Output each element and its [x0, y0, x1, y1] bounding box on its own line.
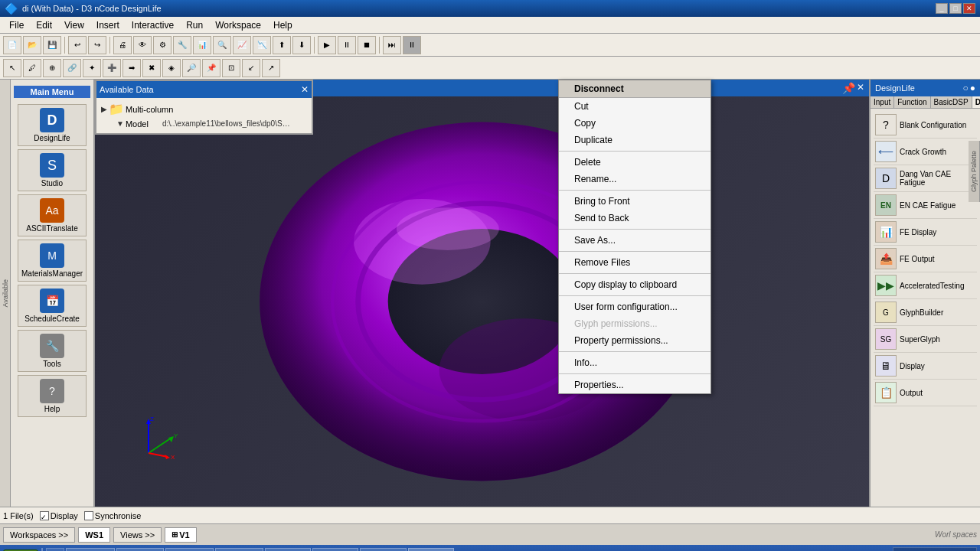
tb2-btn-9[interactable]: ↙ [242, 59, 260, 77]
ws1-btn[interactable]: WS1 [78, 527, 110, 543]
tab-input[interactable]: Input [871, 96, 894, 108]
tb-btn-3[interactable]: ⚙ [153, 36, 172, 54]
taskbar-item-multiple[interactable]: Multiple... [360, 548, 407, 551]
glyph-blank-config[interactable]: ? Blank Configuration [874, 112, 977, 139]
display-check[interactable]: Display [40, 511, 78, 520]
tb-btn-12[interactable]: ⏸ [338, 36, 356, 54]
undo-button[interactable]: ↩ [68, 36, 87, 54]
glyph-en-cae[interactable]: EN EN CAE Fatigue [874, 192, 977, 219]
taskbar-item-di[interactable]: di (With... [408, 548, 454, 551]
views-btn[interactable]: Views >> [113, 527, 162, 543]
display-checkbox[interactable] [40, 511, 49, 520]
glyph-dang-van[interactable]: D Dang Van CAE Fatigue [874, 165, 977, 192]
menu-interactive[interactable]: Interactive [126, 18, 180, 32]
ctx-properties[interactable]: Properties... [559, 377, 710, 393]
new-button[interactable]: 📄 [3, 36, 21, 54]
tb-btn-4[interactable]: 🔧 [173, 36, 191, 54]
tab-designlife[interactable]: DesignLife [972, 96, 980, 108]
help-btn[interactable]: ? Help [18, 375, 87, 417]
taskbar-item-dkaba1[interactable]: D:\Kaba... [116, 548, 164, 551]
tb2-btn-2[interactable]: ➕ [103, 59, 121, 77]
synchronise-checkbox[interactable] [84, 511, 93, 520]
ctx-info[interactable]: Info... [559, 354, 710, 371]
tb-btn-6[interactable]: 🔍 [213, 36, 231, 54]
ctx-user-form[interactable]: User form configuration... [559, 298, 710, 315]
window-controls[interactable]: _ □ ✕ [936, 3, 975, 14]
menu-insert[interactable]: Insert [90, 18, 126, 32]
synchronise-check[interactable]: Synchronise [84, 511, 142, 520]
tb2-btn-6[interactable]: 🔎 [182, 59, 201, 77]
menu-help[interactable]: Help [267, 18, 299, 32]
glyph-fe-output[interactable]: 📤 FE Output [874, 246, 977, 272]
tb2-btn-4[interactable]: ✖ [142, 59, 161, 77]
tb-btn-8[interactable]: 📉 [253, 36, 271, 54]
tb-btn-11[interactable]: ▶ [318, 36, 336, 54]
tb2-btn-5[interactable]: ◈ [162, 59, 181, 77]
pin-icon[interactable]: 📌 [842, 82, 855, 94]
tb2-btn-1[interactable]: ✦ [83, 59, 101, 77]
tb2-btn-10[interactable]: ↗ [262, 59, 280, 77]
menu-view[interactable]: View [58, 18, 90, 32]
ctx-delete[interactable]: Delete [559, 154, 710, 171]
glyph-accel-testing[interactable]: ▶▶ AcceleratedTesting [874, 272, 977, 299]
glyph-crack-growth[interactable]: ⟵ Crack Growth [874, 139, 977, 165]
add-node-tool[interactable]: ⊕ [43, 59, 61, 77]
connect-tool[interactable]: 🔗 [63, 59, 81, 77]
workspaces-btn[interactable]: Workspaces >> [3, 527, 75, 543]
pick-tool[interactable]: 🖊 [23, 59, 41, 77]
ctx-send-back[interactable]: Send to Back [559, 210, 710, 227]
tb2-btn-3[interactable]: ➡ [122, 59, 141, 77]
redo-button[interactable]: ↪ [88, 36, 106, 54]
ctx-remove-files[interactable]: Remove Files [559, 254, 710, 271]
preview-button[interactable]: 👁 [133, 36, 152, 54]
ctx-duplicate[interactable]: Duplicate [559, 132, 710, 148]
tree-model-item[interactable]: ▼ Model d:\..\example11\bellows_files\dp… [115, 117, 309, 130]
tab-basicdsp[interactable]: BasicDSP [931, 96, 972, 108]
glyph-super-glyph[interactable]: SG SuperGlyph [874, 326, 977, 353]
ctx-rename[interactable]: Rename... [559, 171, 710, 187]
ctx-copy-display[interactable]: Copy display to clipboard [559, 276, 710, 293]
select-tool[interactable]: ↖ [3, 59, 21, 77]
glyph-glyph-builder[interactable]: G GlyphBuilder [874, 299, 977, 326]
taskbar-item-microsoft[interactable]: Microsof... [66, 548, 115, 551]
ctx-cut[interactable]: Cut [559, 98, 710, 115]
menu-file[interactable]: File [3, 18, 30, 32]
ctx-copy[interactable]: Copy [559, 115, 710, 132]
ctx-disconnect[interactable]: Disconnect [559, 80, 710, 98]
ctx-bring-front[interactable]: Bring to Front [559, 193, 710, 210]
available-data-close[interactable]: ✕ [301, 84, 309, 95]
designlife-btn[interactable]: D DesignLife [18, 104, 87, 146]
taskbar-item-dkaba2[interactable]: D:\Kaba... [165, 548, 213, 551]
taskbar-item-camtasia[interactable]: Camtasi... [215, 548, 263, 551]
glyph-output[interactable]: 📋 Output [874, 380, 977, 406]
minimize-button[interactable]: _ [936, 3, 948, 14]
tb-btn-15[interactable]: ⏸ [403, 36, 421, 54]
tree-root-item[interactable]: ▶ 📁 Multi-column [100, 101, 309, 117]
tb-btn-10[interactable]: ⬇ [292, 36, 311, 54]
menu-run[interactable]: Run [180, 18, 209, 32]
taskbar-item-bellows[interactable]: bellows... [265, 548, 311, 551]
save-button[interactable]: 💾 [43, 36, 61, 54]
ie-icon[interactable]: 🌐 [46, 548, 64, 551]
open-button[interactable]: 📂 [23, 36, 41, 54]
tools-btn[interactable]: 🔧 Tools [18, 330, 87, 372]
print-button[interactable]: 🖨 [113, 36, 132, 54]
tb-btn-9[interactable]: ⬆ [273, 36, 291, 54]
menu-edit[interactable]: Edit [30, 18, 58, 32]
ctx-property-perms[interactable]: Property permissions... [559, 332, 710, 349]
maximize-button[interactable]: □ [949, 3, 962, 14]
studio-btn[interactable]: S Studio [18, 149, 87, 191]
ctx-save-as[interactable]: Save As... [559, 232, 710, 249]
glyph-display[interactable]: 🖥 Display [874, 353, 977, 380]
tb-btn-14[interactable]: ⏭ [383, 36, 401, 54]
sim-viewport[interactable]: Z Y X [95, 96, 869, 507]
tb-btn-5[interactable]: 📊 [193, 36, 211, 54]
tab-function[interactable]: Function [894, 96, 930, 108]
menu-workspace[interactable]: Workspace [209, 18, 267, 32]
v1-btn[interactable]: ⊞ V1 [165, 527, 196, 543]
tb2-btn-7[interactable]: 📌 [202, 59, 220, 77]
tb-btn-13[interactable]: ⏹ [358, 36, 376, 54]
ascii-translate-btn[interactable]: Aa ASCIITranslate [18, 194, 87, 236]
materials-btn[interactable]: M MaterialsManager [18, 240, 87, 282]
taskbar-item-recording[interactable]: Recordi... [312, 548, 359, 551]
